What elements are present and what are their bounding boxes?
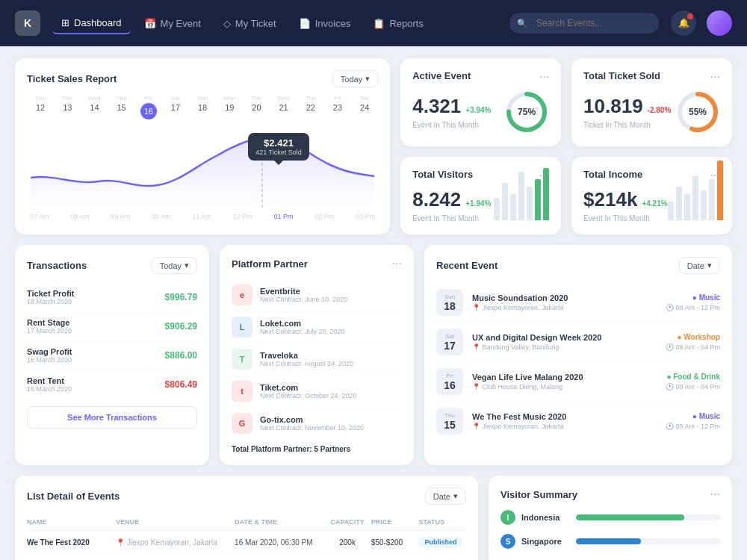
date-cell[interactable]: Fri16	[135, 95, 162, 119]
transactions-filter-button[interactable]: Today ▾	[152, 257, 197, 274]
total-ticket-card: Total Ticket Sold ··· 10.819 -2.80% Tick…	[571, 58, 732, 146]
visitor-bar	[527, 187, 533, 220]
total-ticket-donut: 55%	[675, 90, 720, 134]
income-bar	[709, 179, 715, 220]
ticket-sales-header: Ticket Sales Report Today ▾	[27, 70, 378, 87]
transactions-card: Transactions Today ▾ Ticket Profit18 Mar…	[15, 245, 209, 465]
total-visitors-body: 8.242 +1.94% Event In This Month	[412, 188, 549, 223]
col-venue: VENUE	[116, 518, 235, 526]
time-label: 12 Pm	[233, 213, 252, 220]
partner-name: Eventbrite	[260, 287, 347, 296]
status-badge: Published	[418, 537, 462, 547]
total-income-header: Total Income ···	[583, 169, 720, 182]
visitor-bar-wrap	[576, 514, 720, 520]
ticket-sales-card: Ticket Sales Report Today ▾ Sun12Tue13We…	[15, 58, 390, 234]
notification-bell[interactable]: 🔔	[671, 10, 696, 36]
see-more-transactions-button[interactable]: See More Transactions	[27, 406, 197, 429]
event-day-name: Thu	[444, 412, 455, 419]
platform-title: Platform Partner	[232, 258, 308, 270]
transactions-header: Transactions Today ▾	[27, 257, 197, 274]
total-visitors-label: Event In This Month	[412, 214, 491, 223]
partner-item: TTravelokaNext Contract: August 24, 2020	[232, 343, 402, 376]
platform-menu[interactable]: ···	[392, 257, 402, 270]
date-cell[interactable]: Mon19	[216, 95, 243, 119]
search-input[interactable]	[509, 13, 659, 34]
date-cell[interactable]: Fri23	[324, 95, 351, 119]
list-events-header: List Detail of Events Date ▾	[27, 488, 466, 505]
date-cell[interactable]: Thu15	[108, 95, 135, 119]
nav-my-event[interactable]: 📅 My Event	[135, 13, 210, 34]
tx-date: 17 March 2020	[27, 327, 72, 335]
date-cell[interactable]: Wed21	[270, 95, 297, 119]
tx-amount: $996.79	[165, 292, 197, 302]
date-cell[interactable]: Sat17	[162, 95, 189, 119]
visitor-summary-menu[interactable]: ···	[710, 488, 720, 501]
today-filter-button[interactable]: Today ▾	[332, 70, 378, 87]
event-tag: ● Food & Drink	[666, 373, 720, 381]
recent-events-header: Recent Event Date ▾	[436, 257, 720, 274]
navbar: K ⊞ Dashboard 📅 My Event ◇ My Ticket 📄 I…	[0, 0, 747, 46]
date-cell[interactable]: Sun18	[189, 95, 216, 119]
visitor-bar	[502, 183, 508, 220]
partner-contract: Next Contract: November 10, 2020	[260, 424, 364, 432]
partner-logo: T	[232, 349, 252, 370]
transaction-item: Rent Stage17 March 2020$906.29	[27, 312, 197, 341]
list-events-filter-button[interactable]: Date ▾	[425, 488, 466, 505]
chevron-down-icon: ▾	[707, 261, 712, 270]
date-cell[interactable]: Wed14	[81, 95, 108, 119]
visitors-mini-bars	[494, 190, 549, 220]
partner-name: Tiket.com	[260, 383, 357, 392]
stats-row-1: Active Event ··· 4.321 +3.94% Event In T…	[400, 58, 732, 146]
chart-wrap: $2.421 421 Ticket Sold	[27, 125, 378, 210]
event-name: We The Fest Music 2020	[472, 412, 657, 421]
date-cell[interactable]: Thu22	[297, 95, 324, 119]
partner-contract: Next Contract: August 24, 2020	[260, 360, 353, 367]
visitor-summary-card: Visitor Summary ··· I Indonesia S Singap…	[489, 476, 732, 560]
recent-events-filter-button[interactable]: Date ▾	[679, 257, 720, 274]
event-time: 🕐 09 Am - 12 Pm	[666, 423, 720, 430]
event-location: 📍 Jiexpo Kemayoran, Jakarta	[472, 304, 657, 311]
recent-events-title: Recent Event	[436, 260, 498, 271]
partner-count: Total Platform Partner: 5 Partners	[232, 445, 402, 453]
main-content: Ticket Sales Report Today ▾ Sun12Tue13We…	[0, 46, 747, 560]
avatar[interactable]	[707, 10, 732, 36]
visitor-bar	[576, 514, 684, 520]
nav-logo: K	[15, 10, 40, 36]
partner-item: tTiket.comNext Contract: October 24, 202…	[232, 376, 402, 408]
nav-my-ticket[interactable]: ◇ My Ticket	[214, 13, 285, 34]
td-price: $50-$200	[371, 538, 419, 547]
partner-item: GGo-tix.comNext Contract: November 10, 2…	[232, 408, 402, 439]
visitor-flag: S	[500, 534, 515, 549]
date-cell[interactable]: Tue13	[54, 95, 81, 119]
transactions-title: Transactions	[27, 260, 87, 271]
stats-grid: Active Event ··· 4.321 +3.94% Event In T…	[400, 58, 732, 234]
active-event-value: 4.321	[412, 95, 461, 118]
td-status: Published	[418, 537, 466, 547]
date-cell[interactable]: Tue20	[243, 95, 270, 119]
tx-amount: $886.00	[165, 350, 197, 361]
date-cell[interactable]: Sun12	[27, 95, 54, 119]
event-date-box: Sat 17	[436, 329, 463, 355]
total-ticket-menu[interactable]: ···	[710, 70, 720, 84]
nav-reports[interactable]: 📋 Reports	[364, 13, 433, 34]
tx-date: 16 March 2020	[27, 385, 72, 393]
col-capacity: CAPACITY	[323, 518, 371, 526]
date-row: Sun12Tue13Wed14Thu15Fri16Sat17Sun18Mon19…	[27, 95, 378, 119]
nav-dashboard[interactable]: ⊞ Dashboard	[52, 13, 131, 34]
nav-invoices[interactable]: 📄 Invoices	[290, 13, 360, 34]
event-meta: ● Music 🕐 08 Am - 12 Pm	[666, 293, 720, 311]
list-events-title: List Detail of Events	[27, 491, 120, 502]
date-cell[interactable]: Sat24	[351, 95, 378, 119]
platform-header: Platform Partner ···	[232, 257, 402, 270]
tx-date: 18 March 2020	[27, 298, 74, 305]
transaction-item: Rent Tent16 March 2020$806.49	[27, 370, 197, 399]
active-event-menu[interactable]: ···	[539, 70, 549, 84]
visitor-summary-header: Visitor Summary ···	[500, 488, 720, 501]
tx-amount: $906.29	[165, 321, 197, 332]
event-time: 🕐 08 Am - 04 Pm	[666, 383, 720, 391]
visitor-flag: I	[500, 510, 515, 525]
table-header: NAME VENUE DATE & TIME CAPACITY PRICE ST…	[27, 514, 466, 531]
visitor-bar	[510, 194, 516, 220]
col-name: NAME	[27, 518, 116, 526]
partner-logo: L	[232, 317, 252, 337]
